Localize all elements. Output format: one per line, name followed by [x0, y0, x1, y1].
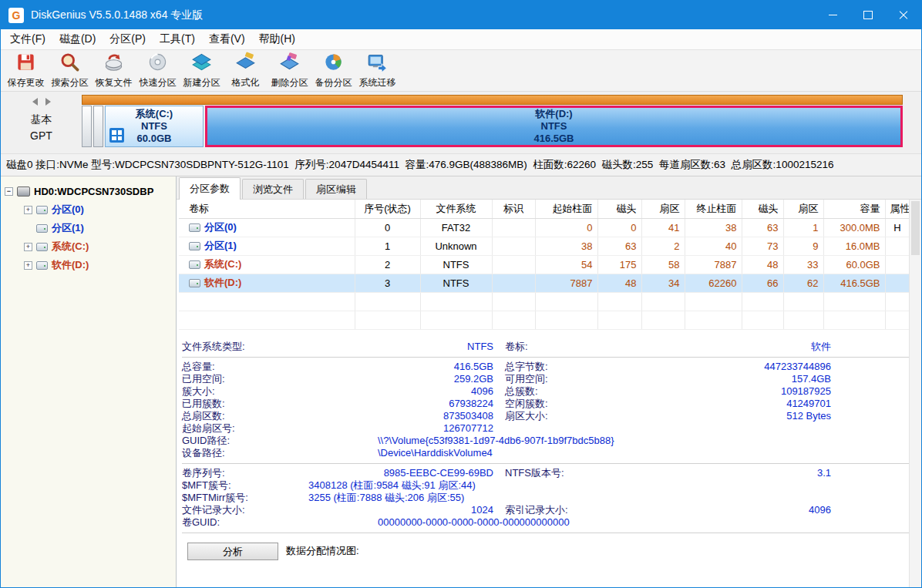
partition-block-c[interactable]: 系统(C:) NTFS 60.0GB — [105, 106, 204, 147]
partition-table-wrap: 卷标 序号(状态) 文件系统 标识 起始柱面 磁头 扇区 终止柱面 磁头 扇区 … — [177, 200, 921, 330]
scrollbar-thumb[interactable] — [911, 201, 920, 255]
partition-icon — [189, 242, 200, 250]
expand-icon[interactable] — [24, 206, 32, 214]
menu-disk[interactable]: 磁盘(D) — [52, 29, 103, 49]
col-start-head: 磁头 — [597, 200, 641, 218]
partition-icon — [36, 224, 48, 233]
partition-d-name: 软件(D:) — [207, 108, 900, 120]
search-partition-icon — [59, 52, 80, 76]
menu-partition[interactable]: 分区(P) — [103, 29, 153, 49]
allocation-map-label: 数据分配情况图: — [286, 544, 359, 558]
detail-row-fs-type: 文件系统类型:NTFS 卷标:软件 — [182, 341, 921, 353]
format-button[interactable]: 格式化 — [224, 50, 268, 91]
partition-blocks: 系统(C:) NTFS 60.0GB 软件(D:) NTFS 416.5GB — [82, 106, 903, 147]
title-bar: DiskGenius V5.5.0.1488 x64 专业版 — [1, 1, 921, 29]
save-changes-icon — [15, 52, 36, 76]
tree-disk-label: HD0:WDCPCSN730SDBP — [34, 186, 153, 197]
tree-item-partition0[interactable]: 分区(0) — [24, 200, 176, 219]
save-changes-button[interactable]: 保存更改 — [4, 50, 48, 91]
expand-icon[interactable] — [24, 243, 32, 251]
col-index-status: 序号(状态) — [355, 200, 420, 218]
system-migration-button[interactable]: 系统迁移 — [355, 50, 399, 91]
partition-table: 卷标 序号(状态) 文件系统 标识 起始柱面 磁头 扇区 终止柱面 磁头 扇区 … — [179, 200, 910, 330]
delete-partition-button[interactable]: 删除分区 — [268, 50, 311, 91]
col-attribute: 属性 — [885, 200, 910, 218]
collapse-icon[interactable] — [5, 187, 13, 196]
detail-row-start-sector: 起始扇区号:126707712 — [182, 422, 921, 435]
disk-info-text: 磁盘0 接口:NVMe 型号:WDCPCSN730SDBPNTY-512G-11… — [6, 158, 833, 172]
system-migration-icon — [367, 52, 388, 76]
disk-capacity-bar — [82, 95, 903, 105]
disk-info-bar: 磁盘0 接口:NVMe 型号:WDCPCSN730SDBPNTY-512G-11… — [1, 153, 921, 176]
recover-files-button[interactable]: 恢复文件 — [92, 50, 136, 91]
backup-partition-icon — [323, 52, 344, 76]
backup-partition-button[interactable]: 备份分区 — [311, 50, 355, 91]
tab-browse-files[interactable]: 浏览文件 — [242, 179, 304, 199]
partition-c-name: 系统(C:) — [106, 108, 203, 120]
diskgenius-window: DiskGenius V5.5.0.1488 x64 专业版 文件(F) 磁盘(… — [0, 0, 922, 588]
detail-row-guid-path: GUID路径:\\?\Volume{c53f9381-1d97-4db6-907… — [182, 435, 921, 447]
divider — [182, 533, 909, 533]
tree-item-software-d[interactable]: 软件(D:) — [24, 256, 176, 274]
menu-help[interactable]: 帮助(H) — [252, 29, 302, 49]
partition-block-msr[interactable] — [93, 106, 103, 147]
tab-partition-params[interactable]: 分区参数 — [179, 177, 241, 200]
col-end-head: 磁头 — [742, 200, 783, 218]
partition-icon — [189, 260, 200, 269]
partition-icon — [189, 223, 200, 232]
table-row-empty — [179, 292, 910, 311]
disk-nav-arrows[interactable] — [32, 98, 51, 106]
vertical-scrollbar[interactable] — [909, 200, 921, 587]
table-row-partition1[interactable]: 分区(1) 1 Unknown 38 63 2 40 73 9 16.0MB — [179, 237, 910, 255]
tree-item-disk0[interactable]: HD0:WDCPCSN730SDBP — [5, 182, 176, 200]
menu-tools[interactable]: 工具(T) — [153, 29, 202, 49]
table-row-system-c[interactable]: 系统(C:) 2 NTFS 54 175 58 7887 48 33 60.0G… — [179, 255, 910, 274]
quick-partition-icon — [147, 52, 168, 76]
detail-row-used-clusters: 已用簇数:67938224 空闲簇数:41249701 — [182, 398, 921, 410]
detail-row-mftmirr-cluster: $MFTMirr簇号:3255 (柱面:7888 磁头:206 扇区:55) — [182, 492, 921, 504]
table-row-partition0[interactable]: 分区(0) 0 FAT32 0 0 41 38 63 1 300.0MB H — [179, 218, 910, 237]
analyze-button[interactable]: 分析 — [187, 543, 278, 560]
prev-disk-icon[interactable] — [32, 98, 38, 106]
tab-sector-edit[interactable]: 扇区编辑 — [305, 179, 367, 199]
harddisk-icon — [17, 186, 30, 197]
windows-logo-icon — [109, 128, 124, 143]
tree-item-partition1[interactable]: 分区(1) — [24, 219, 176, 237]
table-header-row: 卷标 序号(状态) 文件系统 标识 起始柱面 磁头 扇区 终止柱面 磁头 扇区 … — [179, 200, 910, 218]
maximize-button[interactable] — [850, 1, 886, 29]
delete-partition-icon — [279, 52, 300, 76]
partition-icon — [36, 261, 48, 270]
search-partition-button[interactable]: 搜索分区 — [48, 50, 92, 91]
recover-files-icon — [103, 52, 124, 76]
partition-icon — [36, 243, 48, 251]
disk-map: 基本 GPT 系统(C:) NTFS 60.0GB 软件(D:) NTFS 41… — [1, 92, 921, 153]
expand-icon[interactable] — [24, 261, 32, 270]
partition-icon — [36, 206, 48, 214]
quick-partition-button[interactable]: 快速分区 — [136, 50, 180, 91]
menu-view[interactable]: 查看(V) — [202, 29, 252, 49]
format-icon — [235, 52, 256, 76]
close-button[interactable] — [886, 1, 921, 29]
next-disk-icon[interactable] — [45, 98, 51, 106]
detail-row-cluster-size: 簇大小:4096 总簇数:109187925 — [182, 385, 921, 398]
partition-details: 文件系统类型:NTFS 卷标:软件 总容量:416.5GB 总字节数:44723… — [177, 330, 921, 560]
partition-block-d-selected[interactable]: 软件(D:) NTFS 416.5GB — [205, 106, 903, 147]
analysis-footer: 分析 数据分配情况图: — [182, 536, 921, 560]
content-panel: 分区参数 浏览文件 扇区编辑 卷标 序号(状态) 文件系统 — [177, 176, 921, 587]
divider — [182, 463, 909, 464]
partition-block-esp[interactable] — [82, 106, 92, 147]
tree-item-system-c[interactable]: 系统(C:) — [24, 237, 176, 256]
tree-children: 分区(0) 分区(1) 系统(C:) 软件(D:) — [24, 200, 176, 274]
new-partition-button[interactable]: 新建分区 — [180, 50, 224, 91]
window-controls — [815, 1, 921, 29]
table-row-software-d[interactable]: 软件(D:) 3 NTFS 7887 48 34 62260 66 62 416… — [179, 274, 910, 292]
detail-row-volume-serial: 卷序列号:8985-EEBC-CE99-69BD NTFS版本号:3.1 — [182, 467, 921, 479]
col-end-cylinder: 终止柱面 — [685, 200, 742, 218]
menu-file[interactable]: 文件(F) — [3, 29, 52, 49]
partition-d-fs: NTFS — [207, 120, 900, 133]
minimize-button[interactable] — [815, 1, 850, 29]
col-filesystem: 文件系统 — [420, 200, 492, 218]
col-volume-label: 卷标 — [179, 200, 355, 218]
col-identifier: 标识 — [492, 200, 535, 218]
window-title: DiskGenius V5.5.0.1488 x64 专业版 — [31, 8, 203, 22]
